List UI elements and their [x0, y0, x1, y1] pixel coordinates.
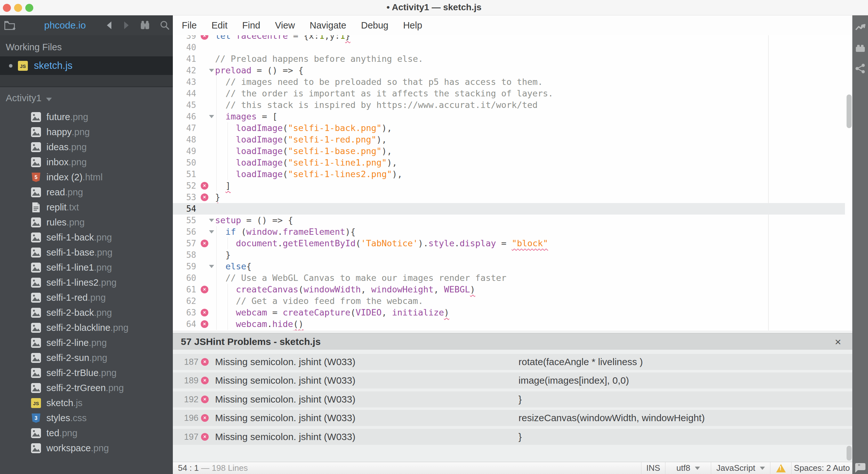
- code-line-46[interactable]: 46 images = [: [173, 111, 845, 122]
- file-tree-item[interactable]: 3 styles.css: [0, 411, 173, 426]
- problem-row[interactable]: 192 × Missing semicolon. jshint (W033) }: [173, 391, 852, 407]
- problem-row[interactable]: 197 × Missing semicolon. jshint (W033) }: [173, 429, 852, 445]
- file-tree-item[interactable]: selfi-1-back.png: [0, 230, 173, 245]
- encoding-select[interactable]: utf8: [665, 462, 711, 474]
- menu-view[interactable]: View: [275, 20, 295, 31]
- file-tree-item[interactable]: replit.txt: [0, 200, 173, 215]
- file-tree-item[interactable]: 5 index (2).html: [0, 170, 173, 185]
- feedback-icon[interactable]: ”: [855, 463, 866, 473]
- menu-edit[interactable]: Edit: [212, 20, 227, 31]
- code-line-63[interactable]: 63× webcam = createCapture(VIDEO, initia…: [173, 307, 845, 318]
- language-select[interactable]: JavaScript: [711, 462, 770, 474]
- line-number[interactable]: 56: [173, 226, 196, 238]
- line-number[interactable]: 52: [173, 180, 196, 191]
- code-line-56[interactable]: 56 if (window.frameElement){: [173, 226, 845, 238]
- file-tree-item[interactable]: ideas.png: [0, 140, 173, 155]
- line-number[interactable]: 59: [173, 261, 196, 272]
- menu-navigate[interactable]: Navigate: [310, 20, 346, 31]
- code-line-62[interactable]: 62 // Get a video feed from the webcam.: [173, 295, 845, 307]
- file-tree-item[interactable]: future.png: [0, 110, 173, 125]
- menu-debug[interactable]: Debug: [361, 20, 388, 31]
- line-number[interactable]: 44: [173, 88, 196, 99]
- project-switcher[interactable]: Activity1: [0, 87, 173, 107]
- editor-scrollbar-thumb[interactable]: [846, 94, 852, 128]
- line-number[interactable]: 55: [173, 214, 196, 226]
- code-line-43[interactable]: 43 // images need to be preloaded so tha…: [173, 76, 845, 88]
- file-tree-item[interactable]: selfi-1-base.png: [0, 245, 173, 260]
- phcode-logo[interactable]: phcode.io: [44, 20, 86, 31]
- share-icon[interactable]: [855, 63, 865, 73]
- file-tree-item[interactable]: selfi-2-line.png: [0, 335, 173, 350]
- line-number[interactable]: 58: [173, 249, 196, 261]
- line-number[interactable]: 46: [173, 111, 196, 122]
- file-tree-item[interactable]: selfi-2-back.png: [0, 305, 173, 320]
- file-tree-item[interactable]: read.png: [0, 185, 173, 200]
- file-tree-item[interactable]: inbox.png: [0, 155, 173, 170]
- search-icon[interactable]: [159, 19, 170, 32]
- code-line-48[interactable]: 48 loadImage("selfi-1-red.png"),: [173, 134, 845, 145]
- code-line-51[interactable]: 51 loadImage("selfi-1-lines2.png"),: [173, 169, 845, 180]
- line-number[interactable]: 40: [173, 42, 196, 53]
- code-line-44[interactable]: 44 // the order is important as it affec…: [173, 88, 845, 99]
- code-editor[interactable]: 39×let faceCentre = {x:1,y:1}4041// Prel…: [173, 35, 852, 330]
- code-line-45[interactable]: 45 // this stack is inspired by https://…: [173, 99, 845, 111]
- menu-find[interactable]: Find: [242, 20, 260, 31]
- line-number[interactable]: 51: [173, 169, 196, 180]
- problem-row[interactable]: 187 × Missing semicolon. jshint (W033) r…: [173, 354, 852, 370]
- problems-scrollbar-thumb[interactable]: [846, 446, 852, 461]
- file-tree-item[interactable]: selfi-2-trGreen.png: [0, 381, 173, 395]
- insert-mode-toggle[interactable]: INS: [641, 462, 665, 474]
- file-tree-item[interactable]: selfi-1-line1.png: [0, 260, 173, 275]
- line-number[interactable]: 42: [173, 65, 196, 76]
- fold-arrow-icon[interactable]: [209, 219, 214, 222]
- file-tree-item[interactable]: happy.png: [0, 125, 173, 140]
- code-line-42[interactable]: 42preload = () => {: [173, 65, 845, 76]
- line-number[interactable]: 48: [173, 134, 196, 145]
- live-preview-icon[interactable]: [855, 23, 865, 34]
- fold-arrow-icon[interactable]: [209, 265, 214, 268]
- code-line-61[interactable]: 61× createCanvas(windowWidth, windowHeig…: [173, 284, 845, 295]
- lint-warning-indicator[interactable]: [770, 462, 791, 474]
- file-tree-item[interactable]: selfi-1-red.png: [0, 290, 173, 305]
- file-tree-item[interactable]: selfi-1-lines2.png: [0, 275, 173, 290]
- line-number[interactable]: 61: [173, 284, 196, 295]
- file-tree-item[interactable]: selfi-2-trBlue.png: [0, 365, 173, 381]
- code-line-55[interactable]: 55setup = () => {: [173, 214, 845, 226]
- new-project-icon[interactable]: [4, 19, 16, 32]
- code-line-40[interactable]: 40: [173, 42, 845, 53]
- code-line-50[interactable]: 50 loadImage("selfi-1-line1.png"),: [173, 157, 845, 169]
- code-line-54[interactable]: 54: [173, 203, 845, 214]
- close-icon[interactable]: ×: [835, 334, 841, 349]
- file-tree-item[interactable]: workspace.png: [0, 441, 173, 456]
- menu-help[interactable]: Help: [403, 20, 422, 31]
- line-number[interactable]: 49: [173, 145, 196, 157]
- line-number[interactable]: 50: [173, 157, 196, 169]
- line-number[interactable]: 64: [173, 318, 196, 330]
- line-number[interactable]: 45: [173, 99, 196, 111]
- line-number[interactable]: 43: [173, 76, 196, 88]
- line-number[interactable]: 53: [173, 191, 196, 203]
- menu-file[interactable]: File: [182, 20, 197, 31]
- line-number[interactable]: 41: [173, 53, 196, 65]
- code-line-57[interactable]: 57× document.getElementById('TabNotice')…: [173, 238, 845, 249]
- code-line-49[interactable]: 49 loadImage("selfi-1-base.png"),: [173, 145, 845, 157]
- nav-forward-icon[interactable]: [123, 19, 130, 32]
- extension-manager-icon[interactable]: [855, 43, 865, 54]
- file-tree-item[interactable]: selfi-2-sun.png: [0, 350, 173, 365]
- problem-row[interactable]: 196 × Missing semicolon. jshint (W033) r…: [173, 410, 852, 426]
- panel-resize-handle[interactable]: [173, 330, 852, 333]
- line-number[interactable]: 39: [173, 35, 196, 42]
- problem-row[interactable]: 189 × Missing semicolon. jshint (W033) i…: [173, 373, 852, 388]
- code-line-64[interactable]: 64× webcam.hide(): [173, 318, 845, 330]
- code-line-47[interactable]: 47 loadImage("selfi-1-back.png"),: [173, 122, 845, 134]
- code-line-60[interactable]: 60 // Use a WebGL Canvas to make our ima…: [173, 272, 845, 284]
- file-tree-item[interactable]: ted.png: [0, 426, 173, 441]
- fold-arrow-icon[interactable]: [209, 69, 214, 72]
- line-number[interactable]: 60: [173, 272, 196, 284]
- code-line-53[interactable]: 53×}: [173, 191, 845, 203]
- line-number[interactable]: 62: [173, 295, 196, 307]
- find-in-files-icon[interactable]: [140, 19, 151, 32]
- line-number[interactable]: 47: [173, 122, 196, 134]
- cursor-position[interactable]: 54 : 1 — 198 Lines: [178, 463, 248, 473]
- code-line-41[interactable]: 41// Preload happens before anything els…: [173, 53, 845, 65]
